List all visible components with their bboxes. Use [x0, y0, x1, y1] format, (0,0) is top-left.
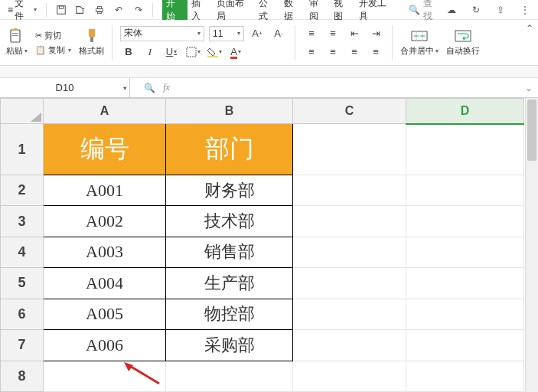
row-header-2[interactable]: 2: [1, 175, 44, 205]
font-name-select[interactable]: 宋体▾: [120, 26, 204, 41]
font-size-select[interactable]: 11▾: [209, 26, 244, 41]
align-justify-icon[interactable]: ≡: [367, 44, 384, 60]
align-left-icon[interactable]: ≡: [303, 44, 320, 60]
decrease-indent-icon[interactable]: ⇤: [346, 26, 363, 41]
cell-A8[interactable]: [44, 361, 166, 391]
cell-D4[interactable]: [406, 237, 524, 267]
vertical-scrollbar[interactable]: [525, 98, 538, 392]
grid-area: A B C D 1 编号 部门 2 A001 财务部 3 A002 技术部 4 …: [0, 98, 538, 392]
increase-indent-icon[interactable]: ⇥: [367, 26, 384, 41]
cell-A7[interactable]: A006: [44, 330, 166, 361]
cell-B2[interactable]: 财务部: [166, 175, 293, 205]
cell-C7[interactable]: [293, 330, 406, 361]
cell-B4[interactable]: 销售部: [166, 237, 293, 267]
cell-D7[interactable]: [406, 330, 524, 361]
formula-bar-row: D10 ▾ 🔍 fx ⌄: [0, 78, 538, 98]
row-header-7[interactable]: 7: [1, 330, 44, 361]
cell-D8[interactable]: [406, 361, 524, 391]
cell-C3[interactable]: [293, 206, 406, 237]
spreadsheet-grid[interactable]: A B C D 1 编号 部门 2 A001 财务部 3 A002 技术部 4 …: [0, 98, 524, 392]
wrap-text-button[interactable]: 自动换行: [446, 28, 480, 57]
align-right-icon[interactable]: ≡: [346, 44, 363, 60]
cell-B7[interactable]: 采购部: [166, 330, 293, 361]
col-header-B[interactable]: B: [166, 99, 293, 124]
underline-button[interactable]: U▾: [163, 44, 180, 60]
undo-icon[interactable]: ↶: [111, 2, 127, 18]
expand-formula-icon[interactable]: ⌄: [520, 78, 538, 97]
cell-D3[interactable]: [406, 206, 524, 237]
align-middle-icon[interactable]: ≡: [324, 26, 341, 41]
font-color-button[interactable]: A▾: [227, 44, 244, 60]
chevron-down-icon[interactable]: ▾: [123, 84, 127, 92]
cell-C5[interactable]: [293, 268, 406, 299]
col-header-A[interactable]: A: [44, 99, 166, 124]
cell-A1[interactable]: 编号: [44, 124, 166, 175]
copy-button[interactable]: 📋复制▾: [35, 44, 71, 56]
name-box[interactable]: D10 ▾: [0, 78, 130, 97]
cell-D1[interactable]: [406, 124, 524, 175]
cell-A3[interactable]: A002: [44, 206, 166, 237]
redo-icon[interactable]: ↷: [130, 2, 146, 18]
save-icon[interactable]: [53, 2, 69, 18]
cut-button[interactable]: ✂剪切: [35, 30, 71, 41]
merge-center-button[interactable]: 合并居中▾: [400, 28, 439, 57]
fx-icon[interactable]: fx: [163, 82, 170, 93]
row-header-4[interactable]: 4: [1, 237, 44, 267]
separator: [295, 25, 295, 60]
row-header-5[interactable]: 5: [1, 268, 44, 299]
decrease-font-icon[interactable]: A-: [270, 26, 287, 41]
select-all-corner[interactable]: [1, 99, 44, 124]
scrollbar-thumb[interactable]: [527, 100, 536, 161]
svg-rect-6: [14, 28, 17, 31]
format-painter-button[interactable]: 格式刷: [79, 28, 104, 57]
brush-icon: [83, 28, 101, 44]
cell-B6[interactable]: 物控部: [166, 299, 293, 329]
formula-input[interactable]: [184, 78, 520, 97]
italic-button[interactable]: I: [142, 44, 158, 60]
cell-A5[interactable]: A004: [44, 268, 166, 299]
cancel-icon[interactable]: 🔍: [144, 83, 155, 93]
cell-B5[interactable]: 生产部: [166, 268, 293, 299]
print-preview-icon[interactable]: [73, 2, 89, 18]
align-center-icon[interactable]: ≡: [324, 44, 341, 60]
more-icon[interactable]: ⋮: [517, 2, 533, 18]
cell-C4[interactable]: [293, 237, 406, 267]
scissors-icon: ✂: [35, 31, 42, 41]
align-top-icon[interactable]: ≡: [303, 26, 320, 41]
cell-B3[interactable]: 技术部: [166, 206, 293, 237]
row-header-6[interactable]: 6: [1, 299, 44, 329]
cell-D2[interactable]: [406, 175, 524, 205]
menubar-right: ☁ ↻ ⇪ ⋮: [443, 2, 533, 18]
cloud-icon[interactable]: ☁: [443, 2, 460, 18]
font-size-value: 11: [213, 28, 223, 39]
border-button[interactable]: ▾: [184, 44, 201, 60]
format-painter-label: 格式刷: [79, 45, 104, 57]
chevron-down-icon: ▾: [219, 48, 222, 55]
cell-D6[interactable]: [406, 299, 524, 329]
cell-C1[interactable]: [293, 124, 406, 175]
bold-button[interactable]: B: [120, 44, 137, 60]
row-header-8[interactable]: 8: [1, 361, 44, 391]
cell-A2[interactable]: A001: [44, 175, 166, 205]
col-header-C[interactable]: C: [293, 99, 406, 124]
cell-A6[interactable]: A005: [44, 299, 166, 329]
share-icon[interactable]: ⇪: [492, 2, 509, 18]
print-icon[interactable]: [92, 2, 108, 18]
cell-B1[interactable]: 部门: [166, 124, 293, 175]
col-header-D[interactable]: D: [406, 99, 524, 124]
cell-C8[interactable]: [293, 361, 406, 391]
collapse-ribbon-icon[interactable]: ⌃: [526, 23, 533, 34]
cell-B8[interactable]: [166, 361, 293, 391]
svg-rect-8: [12, 35, 18, 36]
fill-color-button[interactable]: ▾: [206, 44, 223, 60]
cell-A4[interactable]: A003: [44, 237, 166, 267]
cell-D5[interactable]: [406, 268, 524, 299]
increase-font-icon[interactable]: A+: [249, 26, 266, 41]
svg-rect-12: [207, 56, 218, 57]
row-header-1[interactable]: 1: [1, 124, 44, 175]
cell-C6[interactable]: [293, 299, 406, 329]
cell-C2[interactable]: [293, 175, 406, 205]
paste-button[interactable]: 粘贴▾: [6, 28, 28, 57]
row-header-3[interactable]: 3: [1, 206, 44, 237]
sync-icon[interactable]: ↻: [468, 2, 484, 18]
